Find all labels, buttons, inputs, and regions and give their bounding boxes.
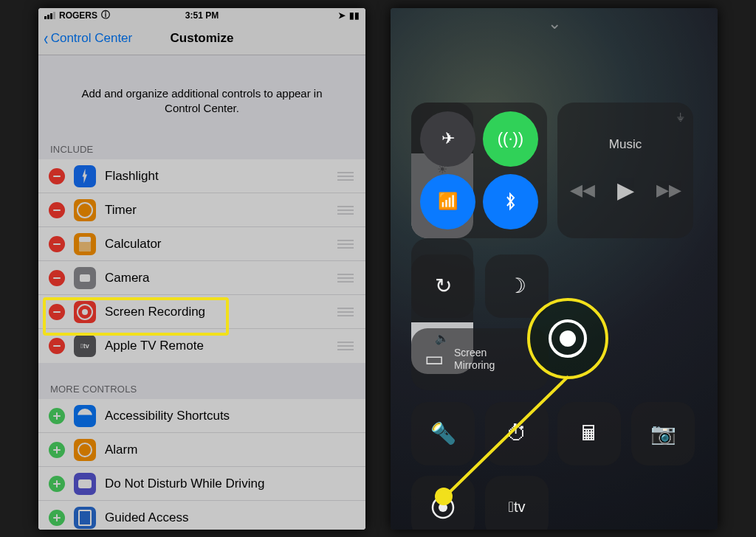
wifi-button[interactable]: 📶 xyxy=(420,174,475,229)
play-button[interactable]: ▶ xyxy=(617,177,634,203)
guided-access-icon xyxy=(74,507,96,529)
description-text: Add and organize additional controls to … xyxy=(38,55,365,140)
row-dnd-driving[interactable]: Do Not Disturb While Driving xyxy=(38,467,365,501)
drag-handle-icon[interactable] xyxy=(337,172,354,181)
orientation-lock-button[interactable]: ↻ xyxy=(411,254,475,318)
calculator-icon xyxy=(74,233,96,255)
drag-handle-icon[interactable] xyxy=(337,240,354,249)
row-camera[interactable]: Camera xyxy=(38,261,365,295)
airplane-mode-button[interactable]: ✈ xyxy=(420,111,475,167)
add-button[interactable] xyxy=(49,510,65,526)
row-alarm[interactable]: Alarm xyxy=(38,433,365,467)
calculator-button[interactable]: 🖩 xyxy=(557,402,621,465)
clock: 3:51 PM xyxy=(38,10,365,21)
include-list: Flashlight Timer Calculator Camera Scree… xyxy=(38,159,365,363)
remove-button[interactable] xyxy=(49,304,65,320)
row-timer[interactable]: Timer xyxy=(38,193,365,227)
record-icon xyxy=(549,319,587,358)
row-label: Timer xyxy=(105,203,337,218)
control-center: ⌄ ✈ ((·)) 📶 ⏚ Music ◀◀ ▶ ▶▶ ↻ ☽ ☀ xyxy=(391,8,718,530)
camera-button[interactable]: 📷 xyxy=(631,402,695,465)
previous-track-button[interactable]: ◀◀ xyxy=(570,181,595,200)
drag-handle-icon[interactable] xyxy=(337,274,354,283)
row-apple-tv-remote[interactable]: tv Apple TV Remote xyxy=(38,329,365,363)
row-flashlight[interactable]: Flashlight xyxy=(38,159,365,193)
row-label: Accessibility Shortcuts xyxy=(105,409,354,423)
more-controls-list: Accessibility Shortcuts Alarm Do Not Dis… xyxy=(38,399,365,530)
apple-tv-icon: tv xyxy=(74,335,96,357)
add-button[interactable] xyxy=(49,408,65,424)
apple-tv-remote-button[interactable]: tv xyxy=(485,476,549,530)
row-label: Apple TV Remote xyxy=(105,339,337,353)
do-not-disturb-button[interactable]: ☽ xyxy=(485,254,549,318)
alarm-icon xyxy=(74,439,96,461)
status-bar: ROGERS ⓘ 3:51 PM ➤ ▮▮ xyxy=(38,8,365,23)
remove-button[interactable] xyxy=(49,338,65,354)
apple-tv-label: tv xyxy=(514,499,526,516)
row-screen-recording[interactable]: Screen Recording xyxy=(38,295,365,329)
row-label: Guided Access xyxy=(105,510,354,525)
flashlight-button[interactable]: 🔦 xyxy=(411,402,475,465)
music-tile[interactable]: ⏚ Music ◀◀ ▶ ▶▶ xyxy=(557,103,693,238)
timer-icon xyxy=(74,199,96,221)
include-header: INCLUDE xyxy=(38,139,365,159)
row-label: Flashlight xyxy=(105,169,337,184)
control-center-screenshot: ⌄ ✈ ((·)) 📶 ⏚ Music ◀◀ ▶ ▶▶ ↻ ☽ ☀ xyxy=(391,8,718,530)
row-label: Do Not Disturb While Driving xyxy=(105,477,354,491)
row-accessibility-shortcuts[interactable]: Accessibility Shortcuts xyxy=(38,399,365,433)
screen-recording-icon xyxy=(74,301,96,323)
remove-button[interactable] xyxy=(49,202,65,218)
next-track-button[interactable]: ▶▶ xyxy=(656,181,681,200)
connectivity-tile[interactable]: ✈ ((·)) 📶 xyxy=(411,103,547,238)
drag-handle-icon[interactable] xyxy=(337,308,354,316)
settings-screenshot: ROGERS ⓘ 3:51 PM ➤ ▮▮ ‹ Control Center C… xyxy=(38,8,365,530)
row-calculator[interactable]: Calculator xyxy=(38,227,365,261)
remove-button[interactable] xyxy=(49,270,65,286)
airplay-icon[interactable]: ⏚ xyxy=(677,110,684,123)
screen-mirroring-icon: ▭ xyxy=(425,347,444,371)
camera-icon xyxy=(74,267,96,289)
row-label: Screen Recording xyxy=(105,305,337,319)
drag-handle-icon[interactable] xyxy=(337,342,354,350)
music-label: Music xyxy=(609,137,642,152)
row-label: Alarm xyxy=(105,443,354,457)
car-icon xyxy=(74,473,96,495)
more-controls-header: MORE CONTROLS xyxy=(38,379,365,399)
remove-button[interactable] xyxy=(49,236,65,252)
page-title: Customize xyxy=(38,31,365,46)
row-label: Calculator xyxy=(105,237,337,252)
remove-button[interactable] xyxy=(49,168,65,184)
screen-mirroring-label: Screen Mirroring xyxy=(454,347,495,370)
flashlight-icon xyxy=(74,165,96,187)
add-button[interactable] xyxy=(49,442,65,458)
add-button[interactable] xyxy=(49,476,65,492)
row-guided-access[interactable]: Guided Access xyxy=(38,501,365,530)
accessibility-icon xyxy=(74,405,96,427)
annotation-highlight-circle-small xyxy=(435,488,453,505)
bluetooth-button[interactable] xyxy=(483,174,538,229)
chevron-down-icon[interactable]: ⌄ xyxy=(391,14,718,33)
cellular-data-button[interactable]: ((·)) xyxy=(483,111,538,167)
row-label: Camera xyxy=(105,271,337,285)
timer-button[interactable]: ⏱ xyxy=(485,402,549,465)
nav-bar: ‹ Control Center Customize xyxy=(38,23,365,55)
annotation-highlight-circle-large xyxy=(527,298,608,379)
drag-handle-icon[interactable] xyxy=(337,206,354,215)
